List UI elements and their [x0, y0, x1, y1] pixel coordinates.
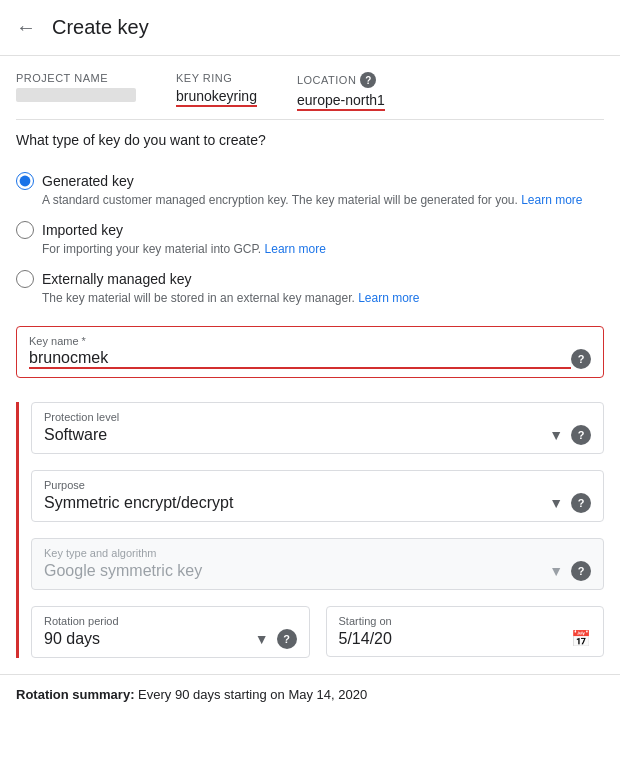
keyring-label: Key ring: [176, 72, 257, 84]
generated-key-label: Generated key: [42, 173, 134, 189]
generated-key-option: Generated key A standard customer manage…: [16, 172, 604, 209]
starting-on-value-row: 5/14/20 📅: [339, 629, 592, 648]
key-algo-value-row: Google symmetric key ▼ ?: [44, 561, 591, 581]
purpose-help-icon[interactable]: ?: [571, 493, 591, 513]
protection-level-value-row: Software ▼ ?: [44, 425, 591, 445]
keyring-value: brunokeyring: [176, 88, 257, 107]
protection-level-field: Protection level Software ▼ ?: [31, 402, 604, 454]
rotation-period-col: Rotation period 90 days ▼ ?: [31, 606, 310, 658]
rotation-row: Rotation period 90 days ▼ ? Starting on …: [31, 606, 604, 658]
external-key-desc: The key material will be stored in an ex…: [16, 290, 604, 307]
protection-level-label: Protection level: [44, 411, 591, 423]
keyring-col: Key ring brunokeyring: [176, 72, 257, 107]
imported-key-row: Imported key: [16, 221, 604, 239]
protection-level-controls: ▼ ?: [549, 425, 591, 445]
purpose-field: Purpose Symmetric encrypt/decrypt ▼ ?: [31, 470, 604, 522]
rotation-period-value: 90 days: [44, 630, 100, 648]
purpose-value-row: Symmetric encrypt/decrypt ▼ ?: [44, 493, 591, 513]
protection-level-help-icon[interactable]: ?: [571, 425, 591, 445]
location-col: Location ? europe-north1: [297, 72, 385, 111]
external-key-learn-more[interactable]: Learn more: [358, 291, 419, 305]
external-key-row: Externally managed key: [16, 270, 604, 288]
key-name-value-row: ?: [29, 349, 591, 369]
calendar-icon[interactable]: 📅: [571, 629, 591, 648]
rotation-period-help-icon[interactable]: ?: [277, 629, 297, 649]
key-name-section: Key name * ?: [0, 318, 620, 402]
rotation-summary-value: Every 90 days starting on May 14, 2020: [138, 687, 367, 702]
key-algo-controls: ▼ ?: [549, 561, 591, 581]
imported-key-radio[interactable]: [16, 221, 34, 239]
rotation-summary: Rotation summary: Every 90 days starting…: [0, 674, 620, 714]
key-algo-value: Google symmetric key: [44, 562, 202, 580]
generated-key-row: Generated key: [16, 172, 604, 190]
external-key-desc-text: The key material will be stored in an ex…: [42, 291, 355, 305]
key-name-input[interactable]: [29, 349, 571, 369]
rotation-period-arrow[interactable]: ▼: [255, 631, 269, 647]
key-algo-label: Key type and algorithm: [44, 547, 591, 559]
project-name-label: Project name: [16, 72, 136, 84]
back-button[interactable]: ←: [16, 16, 36, 39]
imported-key-label: Imported key: [42, 222, 123, 238]
rotation-period-controls: ▼ ?: [255, 629, 297, 649]
key-name-field: Key name * ?: [16, 326, 604, 378]
grouped-fields: Protection level Software ▼ ? Purpose Sy…: [16, 402, 604, 658]
key-name-help-icon[interactable]: ?: [571, 349, 591, 369]
starting-on-field: Starting on 5/14/20 📅: [326, 606, 605, 657]
generated-key-learn-more[interactable]: Learn more: [521, 193, 582, 207]
key-type-section: What type of key do you want to create?: [0, 120, 620, 172]
key-name-label: Key name *: [29, 335, 591, 347]
key-type-radio-group: Generated key A standard customer manage…: [0, 172, 620, 318]
protection-level-dropdown-arrow[interactable]: ▼: [549, 427, 563, 443]
starting-on-label: Starting on: [339, 615, 592, 627]
external-key-label: Externally managed key: [42, 271, 191, 287]
generated-key-desc-text: A standard customer managed encryption k…: [42, 193, 518, 207]
starting-on-value: 5/14/20: [339, 630, 392, 648]
key-algo-field: Key type and algorithm Google symmetric …: [31, 538, 604, 590]
rotation-period-value-row: 90 days ▼ ?: [44, 629, 297, 649]
protection-level-value: Software: [44, 426, 107, 444]
purpose-dropdown-arrow[interactable]: ▼: [549, 495, 563, 511]
purpose-label: Purpose: [44, 479, 591, 491]
page-header: ← Create key: [0, 0, 620, 56]
rotation-period-field: Rotation period 90 days ▼ ?: [31, 606, 310, 658]
key-algo-help-icon[interactable]: ?: [571, 561, 591, 581]
imported-key-desc-text: For importing your key material into GCP…: [42, 242, 261, 256]
location-label: Location: [297, 74, 356, 86]
rotation-period-label: Rotation period: [44, 615, 297, 627]
starting-on-col: Starting on 5/14/20 📅: [326, 606, 605, 658]
imported-key-desc: For importing your key material into GCP…: [16, 241, 604, 258]
purpose-value: Symmetric encrypt/decrypt: [44, 494, 233, 512]
location-value: europe-north1: [297, 92, 385, 111]
rotation-summary-label: Rotation summary:: [16, 687, 134, 702]
imported-key-option: Imported key For importing your key mate…: [16, 221, 604, 258]
project-name-col: Project name: [16, 72, 136, 102]
external-key-radio[interactable]: [16, 270, 34, 288]
page-title: Create key: [52, 16, 149, 39]
project-name-value: [16, 88, 136, 102]
location-help-icon[interactable]: ?: [360, 72, 376, 88]
imported-key-learn-more[interactable]: Learn more: [265, 242, 326, 256]
generated-key-desc: A standard customer managed encryption k…: [16, 192, 604, 209]
generated-key-radio[interactable]: [16, 172, 34, 190]
external-key-option: Externally managed key The key material …: [16, 270, 604, 307]
project-info-row: Project name Key ring brunokeyring Locat…: [0, 56, 620, 119]
key-type-title: What type of key do you want to create?: [16, 132, 604, 148]
purpose-controls: ▼ ?: [549, 493, 591, 513]
key-algo-dropdown-arrow: ▼: [549, 563, 563, 579]
